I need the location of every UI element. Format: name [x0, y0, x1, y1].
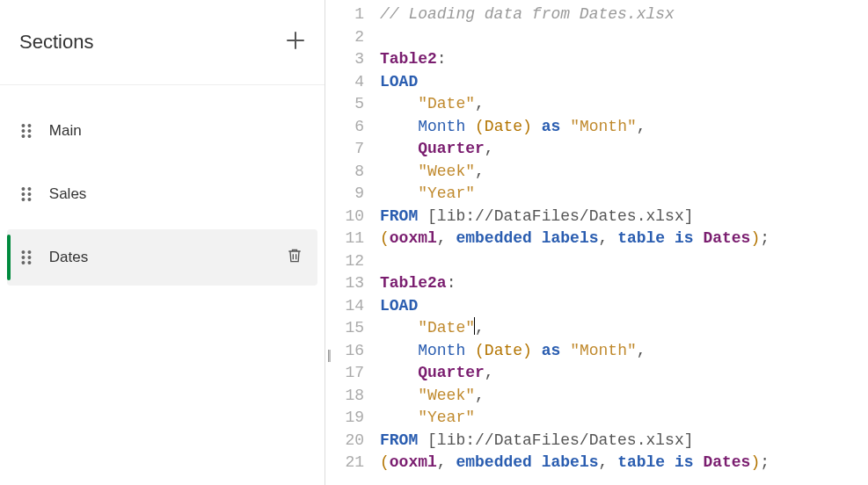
sections-sidebar: Sections MainSalesDates || [0, 0, 325, 485]
code-line[interactable]: "Week", [380, 385, 868, 408]
line-number: 12 [325, 250, 364, 273]
code-line[interactable]: Quarter, [380, 362, 868, 385]
code-token: : [437, 50, 447, 68]
code-token [560, 342, 570, 359]
sidebar-header: Sections [0, 0, 325, 85]
code-token [694, 229, 704, 247]
section-item-main[interactable]: Main [7, 103, 317, 159]
code-line[interactable]: Table2: [380, 48, 868, 71]
code-token: ( [380, 453, 390, 471]
code-line[interactable]: // Loading data from Dates.xlsx [380, 4, 868, 26]
code-token: , [475, 319, 485, 337]
line-number: 14 [325, 295, 364, 318]
code-line[interactable]: FROM [lib://DataFiles/Dates.xlsx] [380, 206, 868, 228]
line-number: 15 [325, 317, 364, 340]
line-number: 3 [325, 48, 364, 71]
code-token [380, 185, 418, 202]
line-number: 16 [325, 340, 364, 363]
delete-section-button[interactable] [286, 246, 303, 269]
code-token: "Week" [418, 163, 475, 180]
code-token: FROM [380, 431, 418, 449]
code-token: embedded [456, 453, 531, 471]
line-number: 11 [325, 228, 364, 250]
code-line[interactable]: Quarter, [380, 138, 868, 161]
code-line[interactable]: Month (Date) as "Month", [380, 340, 868, 363]
section-item-label: Sales [49, 185, 303, 203]
code-token [465, 118, 475, 135]
code-line[interactable]: LOAD [380, 71, 868, 94]
section-item-label: Main [49, 122, 303, 140]
code-token: Date [485, 342, 522, 359]
add-section-button[interactable] [286, 30, 305, 54]
code-line[interactable] [380, 250, 868, 273]
code-token: , [475, 95, 485, 112]
code-token [447, 229, 456, 247]
line-number: 10 [325, 206, 364, 228]
code-line[interactable]: Month (Date) as "Month", [380, 116, 868, 139]
code-token [380, 409, 418, 426]
code-token [608, 229, 617, 247]
code-token: ) [522, 342, 532, 359]
code-line[interactable]: "Date", [380, 317, 868, 340]
sidebar-resize-handle[interactable]: || [327, 348, 330, 362]
code-line[interactable]: "Week", [380, 161, 868, 184]
section-item-sales[interactable]: Sales [7, 166, 317, 222]
plus-icon [286, 31, 305, 50]
line-number: 19 [325, 407, 364, 430]
code-token [380, 163, 418, 180]
code-token: ) [750, 453, 760, 471]
code-token: labels [542, 453, 599, 471]
code-area[interactable]: // Loading data from Dates.xlsxTable2:LO… [375, 4, 868, 485]
code-line[interactable]: "Year" [380, 183, 868, 206]
section-item-dates[interactable]: Dates [7, 229, 317, 286]
code-token: FROM [380, 207, 418, 225]
code-token: Quarter [418, 364, 485, 381]
code-token: ; [760, 453, 770, 471]
line-number: 2 [325, 26, 364, 49]
code-token [532, 118, 542, 135]
code-token: LOAD [380, 73, 418, 90]
code-line[interactable]: LOAD [380, 295, 868, 318]
line-number: 20 [325, 430, 364, 452]
code-token: ) [522, 118, 532, 135]
code-line[interactable]: (ooxml, embedded labels, table is Dates)… [380, 228, 868, 250]
code-token: "Month" [570, 118, 637, 135]
line-number: 4 [325, 71, 364, 94]
code-token: "Week" [418, 387, 475, 404]
drag-handle-icon[interactable] [21, 250, 33, 265]
code-token [380, 342, 418, 359]
drag-handle-icon[interactable] [21, 186, 33, 202]
code-token [532, 342, 542, 359]
code-token [418, 431, 427, 449]
line-number: 6 [325, 116, 364, 139]
line-number: 1 [325, 4, 364, 26]
script-editor[interactable]: 123456789101112131415161718192021 // Loa… [325, 0, 868, 485]
code-token: ; [760, 229, 770, 247]
code-line[interactable] [380, 26, 868, 49]
trash-icon [286, 246, 303, 265]
code-token [665, 229, 675, 247]
line-number: 9 [325, 183, 364, 206]
code-token: Dates [703, 453, 750, 471]
code-token: as [542, 118, 561, 135]
code-token: is [675, 453, 694, 471]
code-token: Table2 [380, 50, 437, 68]
code-token: "Year" [418, 409, 475, 426]
code-line[interactable]: FROM [lib://DataFiles/Dates.xlsx] [380, 430, 868, 452]
code-token: LOAD [380, 297, 418, 315]
code-token: Month [418, 342, 465, 359]
code-token [560, 118, 570, 135]
code-token: , [475, 387, 485, 404]
code-token: , [437, 229, 447, 247]
line-number: 21 [325, 452, 364, 474]
code-line[interactable]: (ooxml, embedded labels, table is Dates)… [380, 452, 868, 474]
drag-handle-icon[interactable] [21, 123, 33, 139]
code-line[interactable]: "Year" [380, 407, 868, 430]
code-token: : [447, 274, 456, 292]
code-token: [lib://DataFiles/Dates.xlsx] [427, 207, 693, 225]
code-token [380, 140, 418, 157]
code-line[interactable]: "Date", [380, 93, 868, 116]
code-token: ( [380, 229, 390, 247]
code-token: , [599, 229, 609, 247]
code-line[interactable]: Table2a: [380, 272, 868, 295]
